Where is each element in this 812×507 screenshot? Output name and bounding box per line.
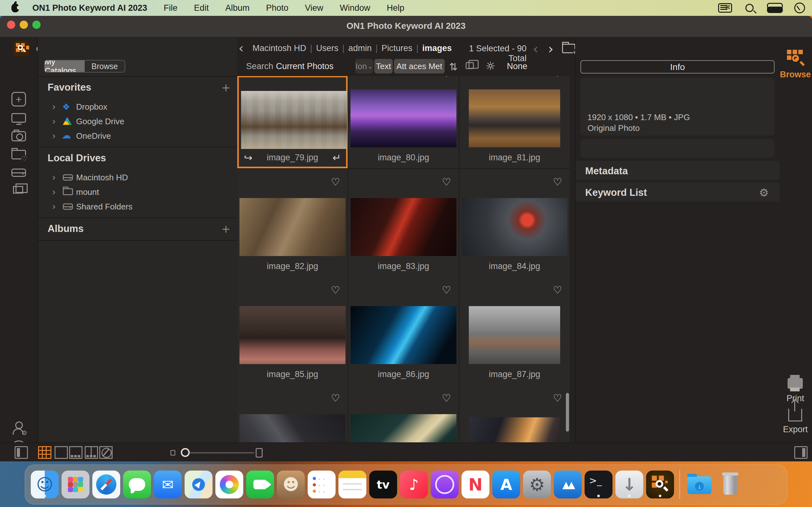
map-view-icon[interactable] <box>99 446 113 459</box>
photo-thumbnail[interactable] <box>469 89 560 147</box>
search-label[interactable]: Search <box>246 61 273 71</box>
expand-chevron-icon[interactable]: › <box>52 201 56 212</box>
dock-on1-photo-keyword-ai-icon[interactable] <box>646 470 674 498</box>
sort-order-icon[interactable]: ⇅ <box>449 61 458 73</box>
spotlight-search-icon[interactable] <box>745 4 754 12</box>
dock-disk-installer-icon[interactable]: ↓ <box>615 470 643 498</box>
sidebar-item-macintosh-hd[interactable]: › Macintosh HD <box>38 170 238 184</box>
return-arrow-icon[interactable]: ↵ <box>333 152 341 164</box>
dock-launchpad-icon[interactable] <box>61 470 90 498</box>
version-arrow-icon[interactable]: ↪ <box>244 152 252 164</box>
toggle-right-panel-icon[interactable] <box>794 446 808 459</box>
expand-chevron-icon[interactable]: › <box>52 101 56 112</box>
favorite-heart-icon[interactable]: ♡ <box>331 392 340 404</box>
clock-icon[interactable] <box>794 3 805 13</box>
tab-browse[interactable]: Browse <box>85 60 125 72</box>
menu-edit[interactable]: Edit <box>194 3 209 13</box>
dock-trash-icon[interactable] <box>716 470 744 498</box>
photo-thumbnail[interactable] <box>469 417 560 442</box>
photo-cell-image-79[interactable]: image_79.jpg ↪ ↵ <box>237 76 348 168</box>
favorite-heart-icon[interactable]: ♡ <box>553 176 562 188</box>
dock-messages-icon[interactable] <box>123 470 151 498</box>
menu-album[interactable]: Album <box>225 3 250 13</box>
photo-thumbnail[interactable] <box>461 198 567 256</box>
menu-file[interactable]: File <box>164 3 177 13</box>
export-icon[interactable] <box>788 409 802 421</box>
tab-my-catalogs[interactable]: My Catalogs <box>45 60 85 72</box>
favorite-heart-icon[interactable]: ♡ <box>553 76 562 79</box>
photo-cell-image-83[interactable]: ♡ image_83.jpg <box>348 169 459 277</box>
expand-chevron-icon[interactable]: › <box>52 186 56 198</box>
filter-segment-attributes-metadata[interactable]: Att aces Met <box>394 59 445 73</box>
grid-view-icon[interactable] <box>38 446 51 459</box>
toggle-left-panel-icon[interactable] <box>14 446 28 459</box>
sidebar-item-mount[interactable]: › mount <box>38 184 238 199</box>
dock-music-icon[interactable]: ♪ <box>400 470 428 498</box>
sidebar-item-dropbox[interactable]: › ❖ Dropbox <box>38 99 238 114</box>
dock-facetime-icon[interactable] <box>246 470 274 498</box>
control-center-icon[interactable] <box>767 3 781 13</box>
albums-stack-icon[interactable] <box>11 183 26 198</box>
photo-cell-image-81[interactable]: ♡ image_81.jpg <box>459 76 570 168</box>
stack-settings-icon[interactable] <box>466 62 474 69</box>
browse-module-label[interactable]: Browse <box>779 70 812 79</box>
dock-terminal-icon[interactable]: >_ <box>585 470 612 498</box>
filter-segment-1[interactable]: Ion <box>355 59 373 73</box>
dock-contacts-icon[interactable]: ☻ <box>277 470 305 498</box>
sidebar-item-google-drive[interactable]: › Google Drive <box>38 114 238 128</box>
thumbnail-size-slider[interactable] <box>187 452 254 453</box>
photo-thumbnail[interactable] <box>351 414 456 442</box>
keyboard-input-icon[interactable] <box>718 3 732 13</box>
dock-safari-icon[interactable] <box>92 470 120 498</box>
dock-podcasts-icon[interactable] <box>431 470 459 498</box>
menu-view[interactable]: View <box>305 3 323 13</box>
drives-icon[interactable] <box>11 165 26 180</box>
account-icon[interactable] <box>11 421 26 436</box>
expand-chevron-icon[interactable]: › <box>52 130 56 141</box>
filter-segment-text[interactable]: Text <box>374 59 393 73</box>
breadcrumb-admin[interactable]: admin <box>348 43 372 53</box>
dock-system-settings-icon[interactable]: ⚙ <box>523 470 551 498</box>
breadcrumb-images[interactable]: images <box>422 43 452 53</box>
favorite-heart-icon[interactable]: ♡ <box>331 176 340 188</box>
add-album-icon[interactable]: + <box>221 222 231 235</box>
ai-keywords-bulb-icon[interactable]: ☼ <box>485 60 496 72</box>
menubar-app-name[interactable]: ON1 Photo Keyword AI 2023 <box>32 3 147 13</box>
dock-downloads-folder-icon[interactable]: ↓ <box>686 470 713 498</box>
photo-thumbnail[interactable] <box>240 414 345 442</box>
breadcrumb-users[interactable]: Users <box>316 43 339 53</box>
photo-cell-image-80[interactable]: ♡ image_80.jpg <box>348 76 459 168</box>
info-button[interactable]: Info <box>580 60 774 73</box>
detail-view-icon[interactable] <box>55 446 68 459</box>
favorite-heart-icon[interactable]: ♡ <box>442 76 451 79</box>
menu-window[interactable]: Window <box>340 3 370 13</box>
print-icon[interactable] <box>788 378 803 389</box>
favorite-heart-icon[interactable]: ♡ <box>442 392 451 404</box>
metadata-section[interactable]: Metadata <box>576 161 779 180</box>
favorite-heart-icon[interactable]: ♡ <box>442 176 451 188</box>
photo-cell-image-82[interactable]: ♡ image_82.jpg <box>237 169 348 277</box>
keyword-list-section[interactable]: Keyword List ⚙ <box>576 182 779 202</box>
favorite-heart-icon[interactable]: ♡ <box>553 392 562 404</box>
photo-thumbnail[interactable] <box>351 89 456 147</box>
browse-module-icon[interactable] <box>787 50 804 67</box>
photo-thumbnail[interactable] <box>351 306 456 364</box>
filmstrip-view-icon[interactable] <box>69 446 83 459</box>
photo-thumbnail[interactable] <box>469 306 560 364</box>
preset-dropdown[interactable]: None <box>507 61 527 71</box>
photo-cell[interactable]: ♡ <box>237 385 348 442</box>
camera-icon[interactable] <box>11 129 26 144</box>
dock-app-store-icon[interactable]: A <box>492 470 520 498</box>
menu-help[interactable]: Help <box>387 3 404 13</box>
favorite-heart-icon[interactable]: ♡ <box>553 284 562 296</box>
sidebar-item-shared-folders[interactable]: › Shared Folders <box>38 199 238 214</box>
local-drives-section-header[interactable]: Local Drives <box>48 153 106 164</box>
dock-news-icon[interactable]: N <box>461 470 490 498</box>
add-catalog-icon[interactable]: + <box>11 92 26 107</box>
favorites-folder-icon[interactable] <box>11 147 26 162</box>
menu-photo[interactable]: Photo <box>266 3 289 13</box>
new-folder-icon[interactable] <box>562 44 575 53</box>
photo-cell-image-84[interactable]: ♡ image_84.jpg <box>459 169 570 277</box>
photo-cell[interactable]: ♡ <box>348 385 459 442</box>
photo-cell-image-86[interactable]: ♡ image_86.jpg <box>348 277 459 385</box>
